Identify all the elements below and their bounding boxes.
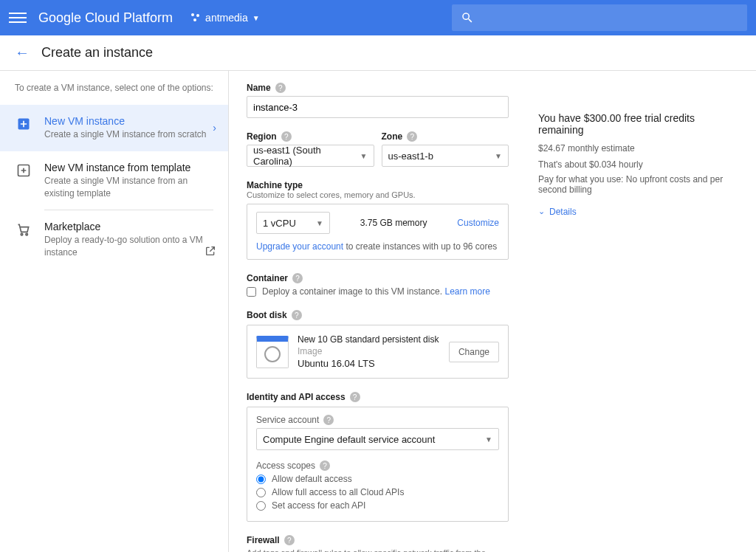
credits-text: You have $300.00 free trial credits rema… (538, 112, 738, 136)
project-icon (190, 13, 201, 23)
change-button[interactable]: Change (449, 342, 499, 362)
svg-point-1 (196, 14, 199, 17)
bootdisk-label: Boot disk (247, 310, 287, 320)
region-label: Region (247, 131, 277, 142)
scope-default[interactable]: Allow default access (256, 474, 499, 484)
help-icon[interactable]: ? (275, 83, 286, 93)
details-link[interactable]: ⌄ Details (538, 207, 577, 217)
chevron-right-icon: › (213, 122, 216, 134)
marketplace-icon (15, 221, 32, 238)
name-input[interactable] (247, 96, 509, 118)
template-icon (15, 162, 32, 179)
project-selector[interactable]: antmedia ▼ (190, 12, 260, 24)
help-icon[interactable]: ? (350, 392, 360, 402)
option-marketplace[interactable]: Marketplace Deploy a ready-to-go solutio… (0, 210, 228, 269)
service-account-select[interactable]: Compute Engine default service account▼ (256, 428, 499, 450)
bootdisk-box: New 10 GB standard persistent disk Image… (247, 325, 509, 379)
search-icon (461, 11, 474, 24)
pay-text: Pay for what you use: No upfront costs a… (538, 174, 738, 195)
sub-bar: ← Create an instance (0, 35, 756, 71)
help-icon[interactable]: ? (284, 535, 295, 545)
option-desc: Create a single VM instance from an exis… (44, 175, 213, 200)
identity-label: Identity and API access (247, 392, 346, 402)
bootdisk-image: Ubuntu 16.04 LTS (298, 358, 440, 369)
help-icon[interactable]: ? (292, 310, 302, 320)
vcpu-select[interactable]: 1 vCPU▼ (256, 212, 330, 234)
gcp-title: Google Cloud Platform (38, 10, 173, 26)
region-select[interactable]: us-east1 (South Carolina)▼ (247, 145, 374, 167)
caret-down-icon: ▼ (485, 435, 492, 444)
machine-type-box: 1 vCPU▼ 3.75 GB memory Customize Upgrade… (247, 204, 509, 260)
option-new-vm[interactable]: New VM instance Create a single VM insta… (0, 105, 228, 151)
svg-point-5 (21, 234, 23, 236)
left-sidebar: To create a VM instance, select one of t… (0, 71, 229, 552)
caret-down-icon: ▼ (495, 152, 502, 160)
svg-point-2 (193, 18, 196, 21)
access-scopes-label: Access scopes (256, 460, 315, 471)
create-form: Name? Region? us-east1 (South Carolina)▼… (247, 83, 509, 552)
scope-each[interactable]: Set access for each API (256, 500, 499, 511)
search-input[interactable] (452, 4, 747, 31)
memory-text: 3.75 GB memory (360, 218, 427, 228)
machine-type-hint: Customize to select cores, memory and GP… (247, 190, 509, 199)
firewall-label: Firewall (247, 535, 280, 545)
container-label: Container (247, 273, 288, 283)
customize-link[interactable]: Customize (457, 218, 499, 228)
project-name: antmedia (205, 12, 248, 24)
bootdisk-kind: Image (298, 346, 440, 356)
firewall-hint: Add tags and firewall rules to allow spe… (247, 548, 509, 552)
bootdisk-size: New 10 GB standard persistent disk (298, 334, 440, 345)
identity-box: Service account? Compute Engine default … (247, 407, 509, 522)
help-icon[interactable]: ? (320, 460, 330, 471)
option-desc: Deploy a ready-to-go solution onto a VM … (44, 234, 213, 259)
menu-icon[interactable] (9, 9, 27, 27)
page-title: Create an instance (41, 45, 153, 61)
disk-icon (256, 336, 289, 368)
cost-panel: You have $300.00 free trial credits rema… (538, 83, 738, 552)
back-icon[interactable]: ← (15, 44, 30, 61)
svg-point-0 (191, 13, 194, 16)
help-icon[interactable]: ? (292, 273, 303, 283)
help-icon[interactable]: ? (281, 131, 292, 142)
option-title: New VM instance from template (44, 162, 213, 173)
hourly-text: That's about $0.034 hourly (538, 159, 738, 170)
estimate-text: $24.67 monthly estimate (538, 143, 738, 153)
option-desc: Create a single VM instance from scratch (44, 128, 206, 141)
container-checkbox[interactable] (247, 287, 256, 297)
upgrade-text: Upgrade your account to create instances… (256, 241, 499, 252)
zone-select[interactable]: us-east1-b▼ (382, 145, 509, 167)
caret-down-icon: ▼ (316, 219, 323, 227)
svg-point-6 (26, 234, 28, 236)
service-account-label: Service account (256, 415, 319, 425)
scope-full[interactable]: Allow full access to all Cloud APIs (256, 487, 499, 497)
container-checkbox-row[interactable]: Deploy a container image to this VM inst… (247, 286, 509, 297)
caret-down-icon: ▼ (252, 14, 260, 22)
upgrade-link[interactable]: Upgrade your account (256, 241, 343, 252)
help-icon[interactable]: ? (323, 415, 334, 425)
option-new-vm-template[interactable]: New VM instance from template Create a s… (0, 151, 228, 210)
option-title: Marketplace (44, 221, 213, 232)
top-bar: Google Cloud Platform antmedia ▼ (0, 0, 756, 35)
caret-down-icon: ▼ (360, 152, 368, 160)
name-label: Name (247, 83, 271, 93)
machine-type-label: Machine type (247, 180, 509, 190)
external-link-icon (205, 245, 216, 259)
sidebar-hint: To create a VM instance, select one of t… (0, 83, 228, 105)
help-icon[interactable]: ? (407, 131, 417, 142)
zone-label: Zone (382, 131, 403, 142)
option-title: New VM instance (44, 115, 206, 127)
chevron-down-icon: ⌄ (538, 207, 545, 216)
plus-box-icon (15, 115, 32, 133)
learn-more-link[interactable]: Learn more (444, 286, 489, 297)
